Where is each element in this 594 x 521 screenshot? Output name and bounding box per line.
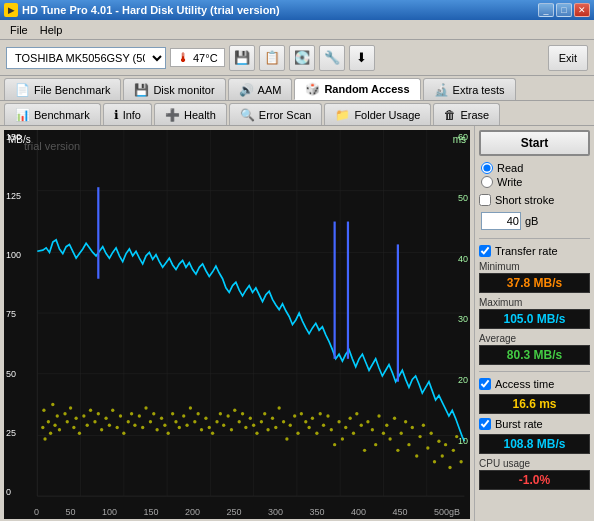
read-radio[interactable] [481, 162, 493, 174]
access-time-checkbox[interactable] [479, 378, 491, 390]
random-access-icon: 🎲 [305, 82, 320, 96]
maximum-block: Maximum 105.0 MB/s [479, 297, 590, 329]
tab-folder-usage[interactable]: 📁 Folder Usage [324, 103, 431, 125]
svg-point-69 [222, 423, 225, 426]
tab-health[interactable]: ➕ Health [154, 103, 227, 125]
svg-point-95 [319, 412, 322, 415]
svg-point-106 [360, 423, 363, 426]
svg-point-98 [330, 428, 333, 431]
write-radio-label[interactable]: Write [481, 176, 588, 188]
read-radio-label[interactable]: Read [481, 162, 588, 174]
svg-point-43 [127, 420, 130, 423]
window-controls: _ □ ✕ [538, 3, 590, 17]
svg-point-59 [185, 423, 188, 426]
start-button[interactable]: Start [479, 130, 590, 156]
svg-point-55 [171, 412, 174, 415]
menu-file[interactable]: File [4, 22, 34, 38]
svg-point-41 [119, 414, 122, 417]
tab-extra-tests[interactable]: 🔬 Extra tests [423, 78, 516, 100]
svg-point-119 [407, 443, 410, 446]
right-panel: Start Read Write Short stroke gB Transfe… [474, 126, 594, 521]
tab-error-scan[interactable]: 🔍 Error Scan [229, 103, 323, 125]
tab-disk-monitor[interactable]: 💾 Disk monitor [123, 78, 225, 100]
gb-input[interactable] [481, 212, 521, 230]
svg-point-105 [355, 412, 358, 415]
svg-point-36 [100, 428, 103, 431]
svg-point-130 [448, 466, 451, 469]
tab-erase[interactable]: 🗑 Erase [433, 103, 500, 125]
svg-point-101 [341, 437, 344, 440]
svg-point-76 [249, 417, 252, 420]
toolbar-btn-1[interactable]: 💾 [229, 45, 255, 71]
tab-aam[interactable]: 🔊 AAM [228, 78, 293, 100]
svg-point-45 [133, 423, 136, 426]
tab-file-benchmark[interactable]: 📄 File Benchmark [4, 78, 121, 100]
tab-benchmark[interactable]: 📊 Benchmark [4, 103, 101, 125]
svg-point-60 [189, 406, 192, 409]
read-write-group: Read Write [479, 160, 590, 190]
svg-point-117 [400, 431, 403, 434]
svg-point-84 [277, 406, 280, 409]
exit-button[interactable]: Exit [548, 45, 588, 71]
svg-point-61 [193, 420, 196, 423]
svg-point-94 [315, 431, 318, 434]
svg-point-112 [382, 431, 385, 434]
svg-point-116 [396, 449, 399, 452]
svg-point-103 [349, 417, 352, 420]
svg-point-37 [104, 417, 107, 420]
short-stroke-checkbox[interactable] [479, 194, 491, 206]
svg-point-47 [141, 426, 144, 429]
svg-point-27 [69, 406, 72, 409]
svg-point-129 [444, 443, 447, 446]
svg-point-50 [152, 412, 155, 415]
minimize-button[interactable]: _ [538, 3, 554, 17]
toolbar-btn-2[interactable]: 📋 [259, 45, 285, 71]
close-button[interactable]: ✕ [574, 3, 590, 17]
svg-point-104 [352, 431, 355, 434]
svg-point-40 [116, 426, 119, 429]
svg-point-74 [241, 412, 244, 415]
temperature-icon: 🌡 [177, 50, 190, 65]
short-stroke-label[interactable]: Short stroke [479, 194, 590, 206]
info-icon: ℹ [114, 108, 119, 122]
svg-point-24 [58, 428, 61, 431]
access-time-check-label[interactable]: Access time [479, 378, 590, 390]
toolbar-btn-4[interactable]: 🔧 [319, 45, 345, 71]
tab-info[interactable]: ℹ Info [103, 103, 152, 125]
maximum-value: 105.0 MB/s [479, 309, 590, 329]
cpu-usage-label: CPU usage [479, 458, 590, 469]
svg-point-17 [42, 409, 45, 412]
svg-point-30 [78, 431, 81, 434]
maximize-button[interactable]: □ [556, 3, 572, 17]
svg-point-78 [255, 431, 258, 434]
svg-point-79 [260, 420, 263, 423]
svg-point-111 [377, 414, 380, 417]
write-radio[interactable] [481, 176, 493, 188]
toolbar-btn-5[interactable]: ⬇ [349, 45, 375, 71]
burst-rate-checkbox[interactable] [479, 418, 491, 430]
transfer-rate-checkbox[interactable] [479, 245, 491, 257]
drive-select[interactable]: TOSHIBA MK5056GSY (500 gB) [6, 47, 166, 69]
menu-help[interactable]: Help [34, 22, 69, 38]
chart-area: 150 125 100 75 50 25 0 60 50 40 30 20 10… [4, 130, 470, 519]
extra-tests-icon: 🔬 [434, 83, 449, 97]
temperature-value: 47°C [193, 52, 218, 64]
cpu-usage-block: CPU usage -1.0% [479, 458, 590, 490]
svg-point-123 [422, 423, 425, 426]
svg-point-32 [86, 423, 89, 426]
svg-point-72 [233, 409, 236, 412]
access-time-value: 16.6 ms [479, 394, 590, 414]
transfer-rate-label[interactable]: Transfer rate [479, 245, 590, 257]
svg-point-19 [47, 420, 50, 423]
svg-point-52 [160, 417, 163, 420]
disk-monitor-icon: 💾 [134, 83, 149, 97]
svg-point-71 [230, 428, 233, 431]
chart-watermark: trial version [24, 140, 80, 152]
tab-random-access[interactable]: 🎲 Random Access [294, 78, 420, 100]
toolbar-btn-3[interactable]: 💽 [289, 45, 315, 71]
svg-point-31 [82, 414, 85, 417]
burst-rate-check-label[interactable]: Burst rate [479, 418, 590, 430]
toolbar: TOSHIBA MK5056GSY (500 gB) 🌡 47°C 💾 📋 💽 … [0, 40, 594, 76]
svg-point-22 [53, 423, 56, 426]
svg-point-33 [89, 409, 92, 412]
